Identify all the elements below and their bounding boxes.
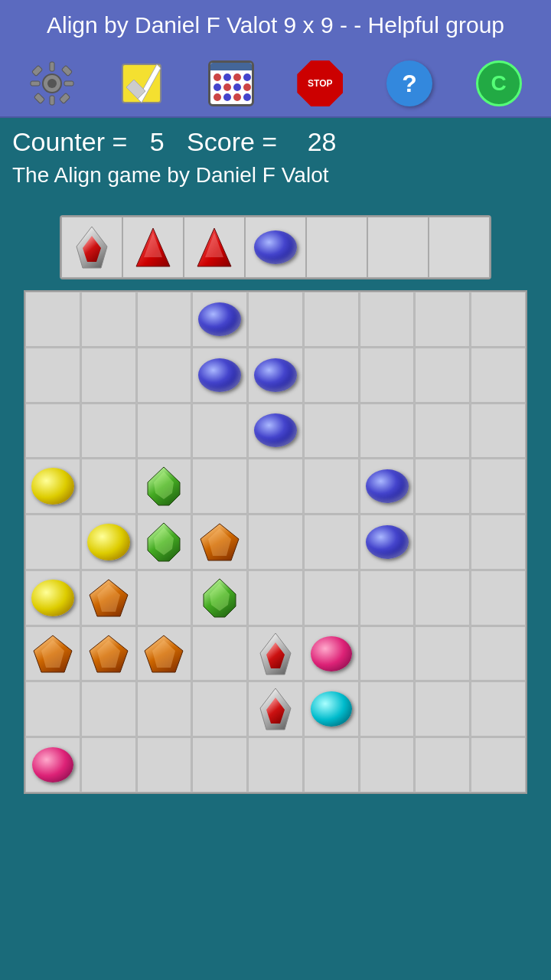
grid-cell[interactable] (25, 737, 80, 792)
svg-rect-5 (64, 81, 73, 86)
grid-cell[interactable] (415, 737, 470, 792)
pink-oval-gem (311, 636, 352, 671)
grid-cell[interactable] (471, 292, 526, 347)
grid-cell[interactable] (248, 403, 303, 459)
gear-button[interactable] (25, 57, 79, 110)
grid-cell[interactable] (360, 681, 415, 737)
help-button[interactable]: ? (383, 57, 436, 110)
grid-cell[interactable] (360, 459, 415, 514)
grid-cell[interactable] (415, 459, 470, 514)
grid-cell[interactable] (415, 403, 470, 459)
blue-oval-gem (254, 358, 297, 392)
grid-cell[interactable] (25, 348, 80, 403)
grid-cell[interactable] (304, 292, 359, 347)
grid-cell[interactable] (471, 737, 526, 792)
grid-cell[interactable] (25, 626, 80, 681)
grid-cell[interactable] (471, 403, 526, 459)
grid-cell[interactable] (81, 459, 136, 514)
grid-cell[interactable] (415, 570, 470, 626)
grid-cell[interactable] (137, 626, 192, 681)
grid-cell[interactable] (192, 570, 247, 626)
calendar-button[interactable] (204, 57, 258, 110)
grid-cell[interactable] (415, 292, 470, 347)
grid-cell[interactable] (471, 681, 526, 737)
grid-cell[interactable] (304, 737, 359, 792)
grid-cell[interactable] (192, 292, 247, 347)
grid-cell[interactable] (25, 570, 80, 626)
grid-cell[interactable] (471, 459, 526, 514)
grid-cell[interactable] (137, 514, 192, 570)
grid-cell[interactable] (304, 514, 359, 570)
grid-container (24, 290, 527, 794)
grid-cell[interactable] (415, 681, 470, 737)
grid-cell[interactable] (360, 514, 415, 570)
grid-cell[interactable] (25, 459, 80, 514)
copyright-button[interactable]: C (472, 57, 526, 110)
grid-cell[interactable] (81, 348, 136, 403)
grid-cell[interactable] (192, 626, 247, 681)
grid-cell[interactable] (25, 514, 80, 570)
grid-cell[interactable] (471, 626, 526, 681)
preview-cell[interactable] (184, 217, 245, 278)
grid-cell[interactable] (137, 348, 192, 403)
grid-cell[interactable] (25, 403, 80, 459)
grid-cell[interactable] (304, 626, 359, 681)
grid-cell[interactable] (81, 737, 136, 792)
grid-cell[interactable] (304, 681, 359, 737)
grid-cell[interactable] (137, 737, 192, 792)
grid-cell[interactable] (360, 737, 415, 792)
grid-cell[interactable] (471, 348, 526, 403)
grid-cell[interactable] (81, 514, 136, 570)
grid-cell[interactable] (248, 737, 303, 792)
grid-cell[interactable] (360, 403, 415, 459)
grid-cell[interactable] (248, 514, 303, 570)
stop-button[interactable]: STOP (293, 57, 347, 110)
grid-cell[interactable] (81, 626, 136, 681)
grid-cell[interactable] (25, 292, 80, 347)
grid-cell[interactable] (81, 570, 136, 626)
grid-cell[interactable] (192, 459, 247, 514)
grid-cell[interactable] (360, 292, 415, 347)
grid-cell[interactable] (415, 514, 470, 570)
grid-cell[interactable] (304, 459, 359, 514)
green-tear-gem (202, 577, 237, 619)
preview-cell[interactable] (245, 217, 306, 278)
grid-cell[interactable] (81, 403, 136, 459)
grid-cell[interactable] (25, 681, 80, 737)
grid-cell[interactable] (248, 681, 303, 737)
grid-cell[interactable] (192, 737, 247, 792)
grid-cell[interactable] (360, 348, 415, 403)
grid-cell[interactable] (360, 570, 415, 626)
grid-cell[interactable] (248, 292, 303, 347)
grid-cell[interactable] (81, 681, 136, 737)
grid-cell[interactable] (192, 514, 247, 570)
grid-cell[interactable] (81, 292, 136, 347)
grid-cell[interactable] (304, 348, 359, 403)
grid-cell[interactable] (192, 403, 247, 459)
grid-cell[interactable] (471, 514, 526, 570)
svg-rect-2 (50, 62, 54, 71)
preview-cell[interactable] (367, 217, 429, 278)
grid-cell[interactable] (192, 681, 247, 737)
grid-cell[interactable] (415, 626, 470, 681)
grid-cell[interactable] (248, 570, 303, 626)
grid-cell[interactable] (360, 626, 415, 681)
grid-cell[interactable] (248, 626, 303, 681)
preview-cell[interactable] (306, 217, 367, 278)
preview-cell[interactable] (61, 217, 122, 278)
grid-cell[interactable] (471, 570, 526, 626)
preview-cell[interactable] (429, 217, 490, 278)
grid-cell[interactable] (415, 348, 470, 403)
grid-cell[interactable] (137, 292, 192, 347)
grid-cell[interactable] (137, 459, 192, 514)
grid-cell[interactable] (137, 403, 192, 459)
grid-cell[interactable] (304, 403, 359, 459)
grid-cell[interactable] (137, 570, 192, 626)
grid-cell[interactable] (248, 348, 303, 403)
grid-cell[interactable] (192, 348, 247, 403)
palette-button[interactable] (115, 57, 168, 110)
grid-cell[interactable] (137, 681, 192, 737)
grid-cell[interactable] (304, 570, 359, 626)
preview-cell[interactable] (122, 217, 184, 278)
grid-cell[interactable] (248, 459, 303, 514)
